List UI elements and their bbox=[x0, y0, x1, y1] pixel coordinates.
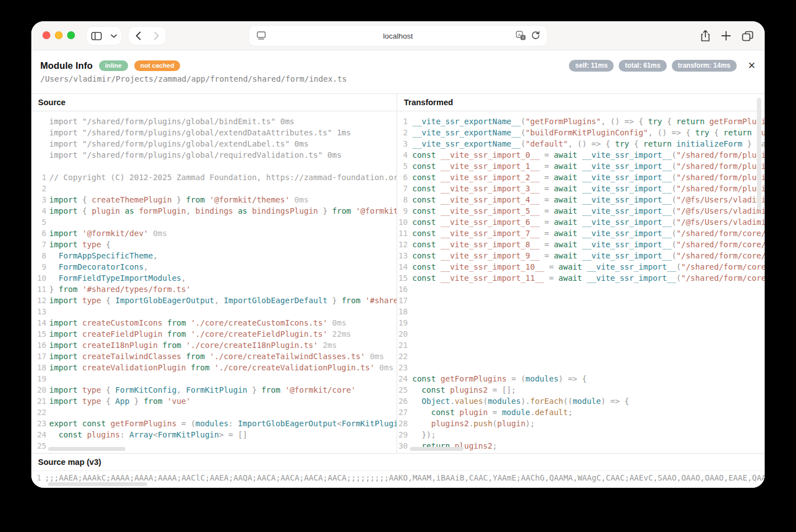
sourcemap-horizontal-scrollbar[interactable] bbox=[48, 482, 147, 486]
line-number: 26 bbox=[397, 396, 412, 407]
forward-button[interactable] bbox=[154, 31, 159, 40]
code-line: 18import createValidationPlugin from './… bbox=[31, 362, 397, 373]
browser-chrome: localhost Ax bbox=[31, 21, 765, 50]
line-content: const __vite_ssr_import_9__ = await __vi… bbox=[412, 250, 765, 261]
line-number: 12 bbox=[31, 295, 49, 306]
code-line: 4const __vite_ssr_import_0__ = await __v… bbox=[397, 149, 765, 161]
code-line: 7import type { bbox=[31, 239, 397, 250]
translate-icon[interactable]: Ax bbox=[516, 31, 526, 40]
code-line: 9 FormDecoratorIcons, bbox=[31, 261, 397, 272]
line-number: 20 bbox=[31, 384, 49, 396]
line-content: import createI18nPlugin from './core/cre… bbox=[49, 340, 337, 351]
line-content: const __vite_ssr_import_10__ = await __v… bbox=[412, 261, 765, 272]
code-line: 23export const getFormPlugins = (modules… bbox=[31, 418, 397, 429]
line-number: 7 bbox=[397, 183, 412, 194]
line-content: FormFieldTypeImportModules, bbox=[49, 272, 186, 284]
code-line: 10 FormFieldTypeImportModules, bbox=[31, 272, 397, 284]
line-number: 8 bbox=[397, 194, 412, 205]
minimize-window-button[interactable] bbox=[55, 31, 63, 39]
code-line: 7const __vite_ssr_import_3__ = await __v… bbox=[397, 183, 765, 194]
line-content: const __vite_ssr_import_3__ = await __vi… bbox=[412, 183, 765, 194]
line-content: __vite_ssr_exportName__("buildFormKitPlu… bbox=[412, 127, 765, 138]
line-number: 3 bbox=[397, 138, 412, 149]
line-number: 14 bbox=[31, 317, 49, 328]
url-bar[interactable]: localhost Ax bbox=[249, 26, 547, 46]
line-number: 22 bbox=[31, 407, 49, 418]
code-line: 16 bbox=[397, 284, 765, 295]
line-content: const getFormPlugins = (modules) => { bbox=[412, 373, 587, 384]
line-number: 23 bbox=[397, 362, 412, 373]
line-number bbox=[31, 116, 49, 127]
code-line: 18 bbox=[397, 306, 765, 317]
line-number: 14 bbox=[397, 261, 412, 272]
line-number bbox=[31, 127, 49, 138]
fullscreen-window-button[interactable] bbox=[67, 31, 75, 39]
line-number: 5 bbox=[397, 161, 412, 172]
code-line: import "/shared/form/plugins/global/exte… bbox=[31, 127, 397, 138]
code-line: 12const __vite_ssr_import_8__ = await __… bbox=[397, 239, 765, 250]
code-line: import "/shared/form/plugins/global/requ… bbox=[31, 149, 397, 161]
code-line: 6import '@formkit/dev' 0ms bbox=[31, 228, 397, 239]
source-pane-title: Source bbox=[31, 94, 397, 111]
transformed-pane: Transformed 1__vite_ssr_exportName__("ge… bbox=[397, 94, 765, 453]
line-content: import { plugin as formPlugin, bindings … bbox=[49, 205, 397, 216]
reload-icon[interactable] bbox=[531, 31, 540, 40]
line-content: const plugin = module.default; bbox=[412, 407, 573, 418]
line-number: 10 bbox=[31, 272, 49, 284]
line-content: import "/shared/form/plugins/global/bind… bbox=[49, 116, 294, 127]
line-content: FormAppSpecificTheme, bbox=[49, 250, 158, 261]
line-number: 18 bbox=[31, 362, 49, 373]
close-window-button[interactable] bbox=[43, 31, 50, 39]
new-tab-icon[interactable] bbox=[721, 31, 731, 41]
code-line: 24 const plugins: Array<FormKitPlugin> =… bbox=[31, 429, 397, 440]
line-content: const __vite_ssr_import_8__ = await __vi… bbox=[412, 239, 765, 250]
chevron-down-icon[interactable] bbox=[111, 34, 117, 38]
line-number: 17 bbox=[397, 295, 412, 306]
line-content: const __vite_ssr_import_7__ = await __vi… bbox=[412, 228, 765, 239]
tab-overview-icon[interactable] bbox=[742, 31, 753, 41]
line-number: 8 bbox=[31, 250, 49, 261]
code-line: 17import createTailwindClasses from './c… bbox=[31, 351, 397, 362]
line-content: const __vite_ssr_import_6__ = await __vi… bbox=[412, 216, 765, 228]
line-content: export const getFormPlugins = (modules: … bbox=[49, 418, 397, 429]
code-line: 13 bbox=[31, 306, 397, 317]
close-icon[interactable]: ✕ bbox=[748, 61, 756, 70]
code-line: 13const __vite_ssr_import_9__ = await __… bbox=[397, 250, 765, 261]
module-info-header: Module Info inline not cached self: 11ms… bbox=[31, 50, 765, 93]
line-content: import createTailwindClasses from './cor… bbox=[49, 351, 384, 362]
source-horizontal-scrollbar[interactable] bbox=[48, 447, 125, 451]
line-number: 3 bbox=[31, 194, 49, 205]
timing-badges: self: 11ms total: 61ms transform: 14ms bbox=[569, 60, 736, 72]
inline-badge: inline bbox=[99, 60, 128, 71]
code-line: 15import createFieldPlugin from './core/… bbox=[31, 328, 397, 340]
line-number: 15 bbox=[31, 328, 49, 340]
share-icon[interactable] bbox=[700, 30, 710, 42]
line-content: __vite_ssr_exportName__("getFormPlugins"… bbox=[412, 116, 765, 127]
line-number bbox=[31, 149, 49, 161]
line-number: 25 bbox=[397, 384, 412, 396]
line-number: 11 bbox=[31, 284, 49, 295]
code-line: 1__vite_ssr_exportName__("getFormPlugins… bbox=[397, 116, 765, 127]
transformed-vertical-scrollbar[interactable] bbox=[757, 98, 761, 210]
sidebar-toggle-group bbox=[87, 27, 121, 45]
line-number: 16 bbox=[31, 340, 49, 351]
sourcemap-line: 1 ;;;AAEA;AAAkC;AAAA;AAAA;AAAA;AAClC;AAE… bbox=[31, 472, 765, 483]
code-line: 12import type { ImportGlobEagerOutput, I… bbox=[31, 295, 397, 306]
line-content: import type { FormKitConfig, FormKitPlug… bbox=[49, 384, 356, 396]
sidebar-icon[interactable] bbox=[91, 32, 102, 40]
line-content: import type { ImportGlobEagerOutput, Imp… bbox=[49, 295, 397, 306]
sourcemap-mappings: ;;;AAEA;AAAkC;AAAA;AAAA;AAAA;AAClC;AAEA;… bbox=[45, 472, 765, 483]
code-line: 28 plugins2.push(plugin); bbox=[397, 418, 765, 429]
code-line: 3__vite_ssr_exportName__("default", () =… bbox=[397, 138, 765, 149]
line-content: FormDecoratorIcons, bbox=[49, 261, 148, 272]
code-line: 2 bbox=[31, 183, 397, 194]
source-code: import "/shared/form/plugins/global/bind… bbox=[31, 111, 397, 453]
code-line: 2__vite_ssr_exportName__("buildFormKitPl… bbox=[397, 127, 765, 138]
transformed-horizontal-scrollbar[interactable] bbox=[410, 447, 463, 451]
line-content: import type { App } from 'vue' bbox=[49, 396, 191, 407]
line-content: const __vite_ssr_import_11__ = await __v… bbox=[412, 272, 765, 284]
line-content: const __vite_ssr_import_1__ = await __vi… bbox=[412, 161, 765, 172]
code-line: 11const __vite_ssr_import_7__ = await __… bbox=[397, 228, 765, 239]
back-button[interactable] bbox=[135, 31, 141, 40]
code-line: 6const __vite_ssr_import_2__ = await __v… bbox=[397, 172, 765, 183]
